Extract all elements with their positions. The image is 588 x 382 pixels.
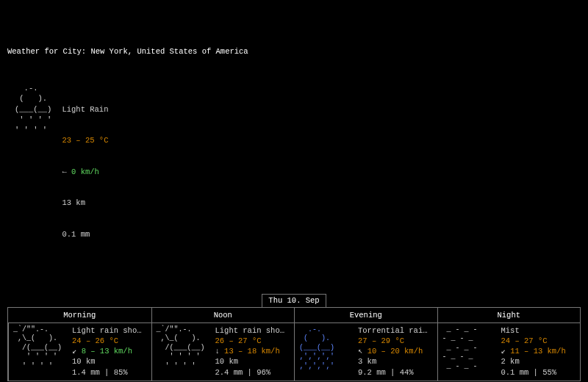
slot-precip: 2.4 mm | 96% bbox=[215, 367, 285, 378]
slot-header: Evening bbox=[294, 308, 437, 323]
slot-precip: 9.2 mm | 44% bbox=[358, 367, 428, 378]
slot-header: Morning bbox=[8, 308, 151, 323]
forecast-day: Thu 10. SepMorningNoonEveningNight_`/"".… bbox=[7, 294, 581, 381]
slot-precip: 0.1 mm | 55% bbox=[501, 367, 566, 378]
current-weather-icon: .-. ( ). (___(__) ' ' ' ' ' ' ' ' bbox=[15, 83, 51, 260]
slot-cell: _`/"".-. ,\_( ). /(___(__) ' ' ' ' ' ' '… bbox=[151, 323, 295, 381]
current-precip: 0.1 mm bbox=[62, 229, 108, 239]
current-conditions: .-. ( ). (___(__) ' ' ' ' ' ' ' ' Light … bbox=[15, 83, 581, 260]
slot-cell: _ - _ - - _ - _ _ - _ - - _ - _ _ - _ -M… bbox=[437, 323, 581, 381]
slot-header: Noon bbox=[151, 308, 295, 323]
slot-cell: .-. ( ). (___(__) ‚'‚'‚'‚' ‚'‚'‚'‚'Torre… bbox=[294, 323, 437, 381]
slot-info: Light rain sho…26 – 27 °C↓ 13 – 18 km/h1… bbox=[215, 325, 285, 378]
slot-weather-icon: .-. ( ). (___(__) ‚'‚'‚'‚' ‚'‚'‚'‚' bbox=[299, 325, 352, 378]
current-wind: ← 0 km/h bbox=[62, 167, 108, 177]
slot-info: Light rain sho…24 – 26 °C↙ 8 – 13 km/h10… bbox=[72, 325, 142, 378]
slot-visibility: 3 km bbox=[358, 356, 428, 367]
slot-condition: Torrential rai… bbox=[358, 325, 428, 336]
slot-header: Night bbox=[437, 308, 581, 323]
day-grid: MorningNoonEveningNight_`/"".-. ,\_( ). … bbox=[7, 307, 581, 381]
slot-temp: 24 – 27 °C bbox=[501, 336, 566, 346]
slot-weather-icon: _`/"".-. ,\_( ). /(___(__) ' ' ' ' ' ' '… bbox=[157, 325, 209, 378]
slot-temp: 27 – 29 °C bbox=[358, 336, 428, 346]
slot-info: Mist24 – 27 °C↙ 11 – 13 km/h2 km0.1 mm |… bbox=[501, 325, 566, 378]
current-temp: 23 – 25 °C bbox=[62, 135, 108, 145]
slot-cell: _`/"".-. ,\_( ). /(___(__) ' ' ' ' ' ' '… bbox=[8, 323, 151, 381]
slot-wind: ↓ 13 – 18 km/h bbox=[215, 346, 285, 356]
current-visibility: 13 km bbox=[62, 198, 108, 208]
slot-visibility: 10 km bbox=[215, 356, 285, 367]
slot-visibility: 10 km bbox=[72, 356, 142, 367]
forecast-container: Thu 10. SepMorningNoonEveningNight_`/"".… bbox=[7, 294, 581, 382]
slot-wind: ↙ 11 – 13 km/h bbox=[501, 346, 566, 356]
slot-weather-icon: _`/"".-. ,\_( ). /(___(__) ' ' ' ' ' ' '… bbox=[13, 325, 66, 378]
slot-info: Torrential rai…27 – 29 °C↖ 10 – 20 km/h3… bbox=[358, 325, 428, 378]
slot-wind: ↙ 8 – 13 km/h bbox=[72, 346, 142, 356]
current-info: Light Rain 23 – 25 °C ← 0 km/h 13 km 0.1… bbox=[62, 83, 108, 260]
day-date: Thu 10. Sep bbox=[262, 294, 326, 307]
slot-condition: Mist bbox=[501, 325, 566, 336]
day-header: Thu 10. Sep bbox=[7, 294, 581, 307]
slot-wind: ↖ 10 – 20 km/h bbox=[358, 346, 428, 356]
slot-visibility: 2 km bbox=[501, 356, 566, 367]
slot-temp: 26 – 27 °C bbox=[215, 336, 285, 346]
slot-temp: 24 – 26 °C bbox=[72, 336, 142, 346]
slot-condition: Light rain sho… bbox=[72, 325, 142, 336]
slot-condition: Light rain sho… bbox=[215, 325, 285, 336]
current-condition: Light Rain bbox=[62, 104, 108, 115]
slot-precip: 1.4 mm | 85% bbox=[72, 367, 142, 378]
page-title: Weather for City: New York, United State… bbox=[7, 46, 581, 57]
slot-weather-icon: _ - _ - - _ - _ _ - _ - - _ - _ _ - _ - bbox=[442, 325, 495, 378]
